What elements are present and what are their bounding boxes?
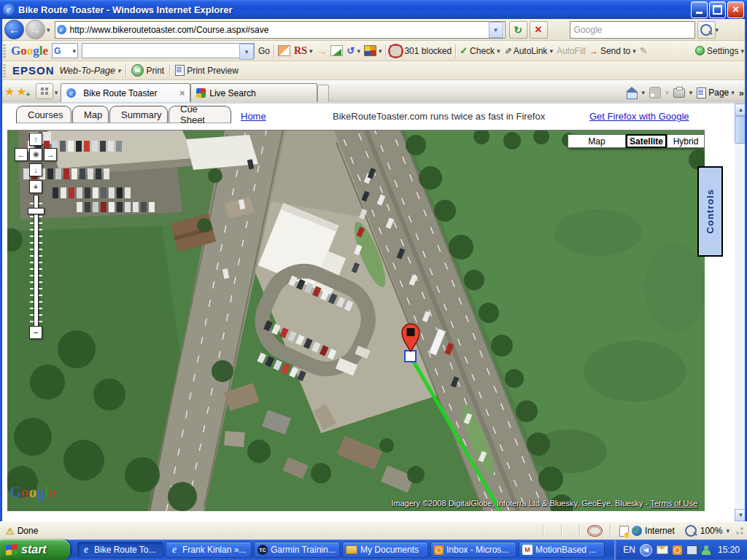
google-toolbar: Google G▾ ▾ Go RS▾ → ↺▾ ▾ 301 blocked ✓C… — [0, 41, 747, 61]
print-button[interactable]: Print — [131, 64, 164, 77]
taskbar-window-motionbased[interactable]: M MotionBased ... — [519, 542, 605, 558]
zoom-out-button[interactable]: − — [29, 326, 42, 339]
satellite-map[interactable]: Map Satellite Hybrid ↑ ← ✳ → ↓ + − Googl… — [7, 130, 705, 511]
outlook-reminder-icon — [434, 545, 444, 555]
zoom-slider-handle[interactable] — [28, 208, 44, 214]
url-text[interactable]: http://www.bikeroutetoaster.com/Course.a… — [70, 25, 489, 35]
taskbar-window-inbox[interactable]: Inbox - Micros... — [430, 542, 516, 558]
highlighter-icon[interactable]: ✎ — [640, 45, 648, 56]
map-view-button[interactable]: Map — [568, 134, 626, 148]
start-button[interactable]: start — [0, 540, 70, 560]
controls-panel-tab[interactable]: Controls — [697, 166, 723, 257]
autolink-button[interactable]: ✎AutoLink▾ — [504, 46, 553, 56]
zoom-control[interactable]: 100% ▾ — [685, 525, 729, 537]
tab-map[interactable]: Map — [72, 106, 109, 123]
add-favorite-icon[interactable]: ★ — [16, 85, 26, 98]
print-preview-button[interactable]: Print Preview — [175, 65, 239, 76]
pan-up-button[interactable]: ↑ — [29, 133, 42, 146]
search-button[interactable] — [697, 21, 716, 39]
minimize-button[interactable] — [691, 1, 708, 18]
more-toolbar-button[interactable]: » — [739, 88, 744, 98]
quick-tabs-button[interactable] — [36, 83, 53, 99]
mail-tray-icon[interactable] — [657, 545, 668, 554]
taskbar-window-my-documents[interactable]: My Documents — [342, 542, 428, 558]
zoom-slider-track[interactable] — [34, 195, 39, 327]
history-dropdown-icon[interactable]: ▾ — [47, 26, 50, 34]
maximize-button[interactable] — [709, 1, 726, 18]
privacy-icon[interactable] — [589, 526, 601, 535]
taskbar-window-frank-kinlan[interactable]: e Frank Kinlan »... — [166, 542, 252, 558]
tab-cue-sheet[interactable]: Cue Sheet — [169, 106, 231, 123]
ie-icon: e — [169, 545, 179, 555]
photos-icon[interactable] — [278, 45, 290, 56]
clock-tray-icon[interactable] — [673, 545, 682, 555]
tab-summary[interactable]: Summary — [109, 106, 168, 123]
taskbar-window-bike-route[interactable]: e Bike Route To... — [77, 542, 163, 558]
address-input[interactable]: e http://www.bikeroutetoaster.com/Course… — [55, 21, 506, 39]
separator — [455, 44, 456, 58]
refresh-button[interactable]: ↻ — [509, 21, 527, 39]
tab-list-dropdown-icon[interactable]: ▾ — [55, 89, 58, 96]
tab-live-search[interactable]: Live Search — [190, 83, 317, 102]
pan-center-button[interactable]: ✳ — [29, 148, 42, 161]
home-link[interactable]: Home — [241, 111, 266, 122]
stop-button[interactable]: ✕ — [530, 21, 548, 39]
pan-right-button[interactable]: → — [44, 148, 57, 161]
page-menu-button[interactable]: Page▾ — [697, 88, 735, 98]
google-search-field[interactable]: ▾ — [82, 43, 255, 58]
search-options-icon[interactable]: ▾ — [716, 26, 719, 34]
page-alert-icon[interactable] — [619, 526, 629, 537]
satellite-imagery — [7, 131, 705, 511]
web-to-page-button[interactable]: Web-To-Page▾ — [60, 66, 121, 76]
highlight-arrow-icon[interactable]: → — [316, 44, 327, 57]
zoom-dropdown-icon[interactable]: ▾ — [726, 527, 729, 534]
favorites-star-icon[interactable]: ★ — [4, 85, 15, 98]
close-tab-icon[interactable]: × — [179, 88, 185, 98]
language-indicator[interactable]: EN — [623, 545, 635, 555]
pan-left-button[interactable]: ← — [15, 148, 28, 161]
spellcheck-button[interactable]: ✓Check▾ — [460, 45, 500, 56]
epson-logo: EPSON — [12, 64, 55, 77]
google-g-button[interactable]: G▾ — [52, 43, 78, 58]
hybrid-view-button[interactable]: Hybrid — [667, 134, 705, 148]
status-bar: ⚠ Done Internet 100% ▾ — [0, 521, 747, 540]
zoom-in-button[interactable]: + — [29, 180, 42, 193]
printer-icon[interactable] — [673, 88, 685, 98]
get-firefox-link[interactable]: Get Firefox with Google — [589, 111, 689, 122]
address-bar-row: ← → ▾ e http://www.bikeroutetoaster.com/… — [0, 19, 747, 41]
links-button[interactable]: ↺▾ — [347, 45, 360, 56]
address-dropdown-button[interactable]: ▾ — [489, 22, 503, 38]
terms-of-use-link[interactable]: Terms of Use — [650, 499, 697, 508]
close-button[interactable]: ✕ — [727, 1, 744, 18]
back-button[interactable]: ← — [4, 20, 24, 39]
network-tray-icon[interactable] — [686, 545, 697, 555]
epson-toolbar: EPSON Web-To-Page▾ Print Print Preview — [0, 61, 747, 80]
hide-icons-chevron[interactable]: ◀ — [640, 544, 652, 556]
pagerank-icon[interactable] — [330, 45, 343, 56]
taskbar-window-garmin[interactable]: TC Garmin Trainin... — [254, 542, 340, 558]
home-dropdown-icon[interactable]: ▾ — [642, 89, 646, 96]
home-icon[interactable] — [627, 88, 638, 98]
resize-grip[interactable] — [735, 526, 744, 535]
separator — [169, 64, 170, 77]
separator — [274, 44, 274, 58]
toolbar-grip-icon[interactable] — [3, 44, 6, 58]
new-tab-stub[interactable] — [317, 85, 329, 102]
print-dropdown-icon[interactable]: ▾ — [689, 89, 693, 96]
forward-button[interactable]: → — [26, 20, 45, 39]
popup-blocker-button[interactable]: 301 blocked — [390, 45, 452, 57]
go-button[interactable]: Go — [258, 46, 270, 56]
search-input[interactable]: Google — [570, 21, 695, 39]
send-to-button[interactable]: →Send to▾ — [589, 46, 636, 56]
tab-bike-route-toaster[interactable]: e Bike Route Toaster × — [61, 83, 190, 102]
tab-courses[interactable]: Courses — [16, 106, 71, 123]
separator — [385, 44, 386, 58]
messenger-tray-icon[interactable] — [702, 545, 711, 555]
satellite-view-button[interactable]: Satellite — [626, 134, 667, 148]
toolbar-grip-icon[interactable] — [3, 64, 6, 77]
options-cube-button[interactable]: ▾ — [364, 45, 382, 56]
rs-button[interactable]: RS▾ — [294, 45, 312, 57]
google-search-dropdown-icon[interactable]: ▾ — [239, 44, 254, 60]
pan-down-button[interactable]: ↓ — [29, 163, 42, 176]
settings-button[interactable]: Settings▾ — [695, 46, 744, 56]
